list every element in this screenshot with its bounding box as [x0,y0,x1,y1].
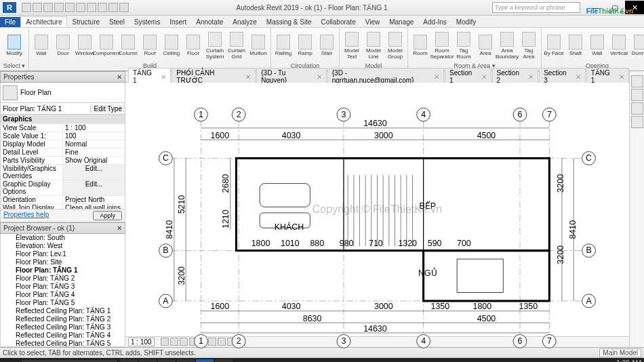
browser-node[interactable]: Floor Plan: Lev.1 [1,250,125,258]
tool-wall[interactable]: Wall [587,35,607,56]
tool-column[interactable]: Column [118,35,138,56]
close-icon[interactable]: ✕ [576,73,581,81]
tool-area-boundary[interactable]: Area Boundary [497,32,517,60]
tool-area[interactable]: Area [475,35,496,56]
tool-model-text[interactable]: Model Text [342,32,362,60]
qat-icon[interactable] [119,3,129,12]
browser-node[interactable]: Reflected Ceiling Plan: TẦNG 5 [1,340,125,347]
tool-roof[interactable]: Roof [140,35,160,56]
prop-value[interactable]: Edit... [63,180,125,195]
ribbon-tab-insert[interactable]: Insert [165,17,191,27]
qat-icon[interactable] [98,3,107,12]
properties-help-link[interactable]: Properties help [3,211,49,220]
close-icon[interactable]: ✕ [161,73,166,81]
close-icon[interactable]: ✕ [481,73,487,81]
tool-wall[interactable]: Wall [31,35,52,56]
close-icon[interactable]: ✕ [625,1,644,14]
ribbon-tab-massing-site[interactable]: Massing & Site [262,17,317,27]
tool-curtain-system[interactable]: Curtain System [205,32,225,60]
browser-node[interactable]: Reflected Ceiling Plan: TẦNG 1 [1,307,125,315]
tool-stair[interactable]: Stair [317,35,337,56]
tool-model-group[interactable]: Model Group [385,32,405,60]
prop-row[interactable]: Visibility/Graphics OverridesEdit... [1,164,125,180]
browser-node[interactable]: Floor Plan: TẦNG 3 [1,283,125,291]
browser-node[interactable]: Floor Plan: TẦNG 4 [1,291,125,299]
browser-node[interactable]: Floor Plan: TẦNG 1 [1,266,125,275]
browser-node[interactable]: Reflected Ceiling Plan: TẦNG 4 [1,331,125,340]
prop-row[interactable]: Wall Join DisplayClean all wall joins [1,203,125,209]
qat-icon[interactable] [108,3,118,12]
ribbon-tab-annotate[interactable]: Annotate [191,17,228,27]
tool-door[interactable]: Door [53,35,73,56]
tool-model-line[interactable]: Model Line [363,32,384,60]
nav-home-icon[interactable] [631,75,643,87]
nav-zoom-icon[interactable] [631,116,643,128]
minimize-icon[interactable]: — [586,1,605,14]
qat-save-icon[interactable] [33,3,42,12]
navigation-bar[interactable] [629,71,644,347]
qat-undo-icon[interactable] [43,3,53,12]
browser-header[interactable]: Project Browser - ok (1) ✕ [0,222,125,234]
qat-sync-icon[interactable] [87,3,96,12]
prop-value[interactable]: Project North [63,196,125,203]
nav-pan-icon[interactable] [631,102,643,115]
tool-room[interactable]: Room [410,35,430,56]
ribbon-tab-structure[interactable]: Structure [67,17,104,27]
tool-room-separator[interactable]: Room Separator [432,32,452,60]
qat-open-icon[interactable] [22,3,31,12]
tool-railing[interactable]: Railing [273,35,294,56]
close-icon[interactable]: ✕ [117,73,122,81]
quick-access-toolbar[interactable] [19,3,132,12]
browser-node[interactable]: Floor Plan: TẦNG 5 [1,299,125,307]
browser-node[interactable]: Elevation: West [1,242,125,250]
drawing-canvas[interactable]: 112233446677CCBBAA1600403030004500146301… [125,83,629,336]
close-icon[interactable]: ✕ [619,73,624,81]
close-icon[interactable]: ✕ [434,73,439,81]
qat-measure-icon[interactable] [76,3,85,12]
prop-value[interactable]: Show Original [63,157,125,164]
prop-row[interactable]: Display ModelNormal [1,140,125,148]
type-selector[interactable]: Floor Plan [0,83,125,103]
instance-selector[interactable]: Floor Plan: TẦNG 1 [1,105,91,113]
help-search-input[interactable]: Type a keyword or phrase [492,2,580,13]
tool-floor[interactable]: Floor [183,35,203,56]
ribbon-tab-architecture[interactable]: Architecture [20,16,67,27]
tool-component[interactable]: Component [96,35,117,56]
project-browser[interactable]: Elevation: SouthElevation: WestFloor Pla… [0,234,125,347]
tool-curtain-grid[interactable]: Curtain Grid [226,32,247,60]
prop-row[interactable]: Detail LevelFine [1,148,125,156]
prop-value[interactable]: Normal [63,140,125,148]
tool-dormer[interactable]: Dormer [630,35,644,56]
qat-redo-icon[interactable] [54,3,64,12]
tool-mullion[interactable]: Mullion [248,35,268,56]
prop-value[interactable]: 100 [63,132,125,140]
tool-tag-area[interactable]: Tag Area [519,32,539,60]
close-icon[interactable]: ✕ [245,73,251,81]
prop-value[interactable]: 1 : 100 [63,124,125,132]
tool-vertical[interactable]: Vertical [609,35,629,56]
ribbon-tab-steel[interactable]: Steel [104,17,129,27]
prop-value[interactable]: Fine [63,148,125,156]
ribbon-tab-add-ins[interactable]: Add-Ins [418,17,451,27]
prop-row[interactable]: OrientationProject North [1,195,125,203]
ribbon-tab-view[interactable]: View [361,17,385,27]
ribbon-tab-file[interactable]: File [0,17,20,27]
prop-row[interactable]: Parts VisibilityShow Original [1,156,125,164]
apply-button[interactable]: Apply [93,211,122,220]
prop-row[interactable]: View Scale1 : 100 [1,123,125,132]
close-icon[interactable]: ✕ [117,224,122,232]
browser-node[interactable]: Floor Plan: TẦNG 2 [1,275,125,283]
ribbon-tab-systems[interactable]: Systems [129,17,165,27]
tool-tag-room[interactable]: Tag Room [454,32,474,60]
prop-row[interactable]: Graphic Display OptionsEdit... [1,180,125,195]
nav-wheel-icon[interactable] [631,89,643,101]
browser-node[interactable]: Reflected Ceiling Plan: TẦNG 3 [1,323,125,331]
tool-ceiling[interactable]: Ceiling [161,35,182,56]
browser-node[interactable]: Elevation: South [1,234,125,242]
maximize-icon[interactable]: ▢ [605,1,624,14]
browser-node[interactable]: Floor Plan: Site [1,258,125,266]
close-icon[interactable]: ✕ [317,73,322,81]
tool-modify[interactable]: Modify [2,35,26,56]
properties-header[interactable]: Properties ✕ [0,71,125,83]
ribbon-tab-collaborate[interactable]: Collaborate [317,17,361,27]
